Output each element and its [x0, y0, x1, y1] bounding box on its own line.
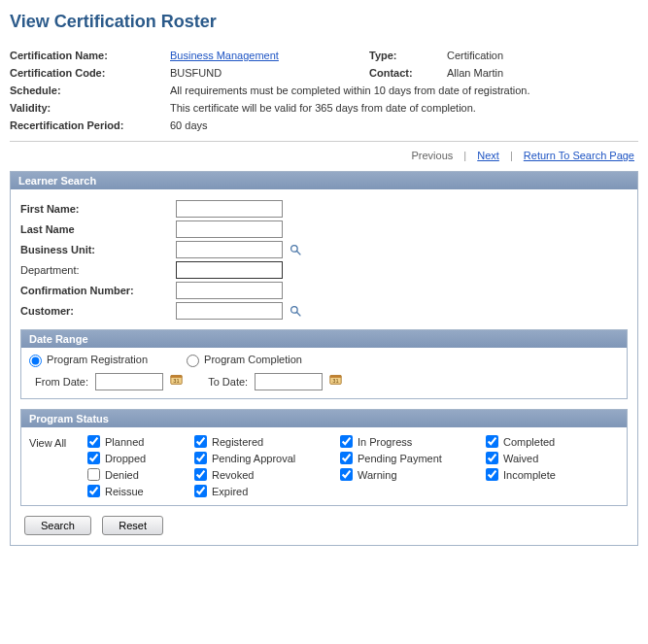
- cert-name-link[interactable]: Business Management: [170, 50, 279, 61]
- status-pending-payment[interactable]: Pending Payment: [340, 452, 486, 464]
- status-denied[interactable]: Denied: [87, 468, 194, 481]
- checkbox-waived[interactable]: [486, 452, 498, 464]
- checkbox-denied[interactable]: [87, 468, 100, 481]
- pager-sep: |: [510, 150, 513, 161]
- validity-label: Validity:: [10, 102, 170, 114]
- checkbox-expired[interactable]: [194, 485, 207, 497]
- status-reissue[interactable]: Reissue: [87, 485, 194, 497]
- learner-search-header: Learner Search: [11, 172, 637, 189]
- pager-return-link[interactable]: Return To Search Page: [524, 150, 634, 161]
- status-warning[interactable]: Warning: [340, 468, 486, 481]
- checkbox-pending-approval[interactable]: [194, 452, 207, 464]
- last-name-input[interactable]: [176, 220, 283, 238]
- status-waived[interactable]: Waived: [486, 452, 602, 464]
- to-date-label: To Date:: [208, 376, 248, 388]
- validity-value: This certificate will be valid for 365 d…: [170, 102, 638, 114]
- radio-registration[interactable]: Program Registration: [29, 354, 148, 367]
- radio-registration-label: Program Registration: [47, 354, 148, 365]
- svg-text:31: 31: [173, 378, 179, 384]
- status-registered[interactable]: Registered: [194, 435, 340, 448]
- divider: [10, 141, 638, 142]
- calendar-icon[interactable]: 31: [169, 373, 183, 387]
- svg-line-1: [296, 251, 300, 254]
- customer-label: Customer:: [20, 305, 176, 317]
- confirmation-label: Confirmation Number:: [20, 285, 176, 296]
- first-name-label: First Name:: [20, 203, 176, 215]
- radio-registration-input[interactable]: [29, 355, 42, 367]
- status-reissue-label: Reissue: [105, 486, 144, 497]
- status-expired-label: Expired: [212, 486, 248, 497]
- status-completed[interactable]: Completed: [486, 435, 602, 448]
- view-all-label: View All: [29, 435, 87, 497]
- status-in-progress[interactable]: In Progress: [340, 435, 486, 448]
- pager-sep: |: [463, 150, 466, 161]
- checkbox-reissue[interactable]: [87, 485, 100, 497]
- radio-completion[interactable]: Program Completion: [187, 354, 302, 367]
- program-status-panel: Program Status View All Planned Register…: [20, 409, 628, 506]
- date-range-panel: Date Range Program Registration Program …: [20, 329, 628, 399]
- contact-value: Allan Martin: [447, 67, 638, 79]
- checkbox-dropped[interactable]: [87, 452, 100, 464]
- checkbox-pending-payment[interactable]: [340, 452, 353, 464]
- checkbox-planned[interactable]: [87, 435, 100, 448]
- certification-details: Certification Name: Business Management …: [10, 50, 638, 131]
- calendar-icon[interactable]: 31: [328, 373, 342, 387]
- pager-previous: Previous: [411, 150, 453, 161]
- status-dropped[interactable]: Dropped: [87, 452, 194, 464]
- recert-value: 60 days: [170, 119, 638, 131]
- page-title: View Certification Roster: [10, 12, 638, 32]
- business-unit-input[interactable]: [176, 241, 283, 258]
- status-expired[interactable]: Expired: [194, 485, 340, 497]
- lookup-icon[interactable]: [289, 243, 302, 256]
- status-incomplete[interactable]: Incomplete: [486, 468, 602, 481]
- reset-button[interactable]: Reset: [102, 516, 163, 535]
- cert-code-label: Certification Code:: [10, 67, 170, 79]
- status-denied-label: Denied: [105, 469, 139, 481]
- status-completed-label: Completed: [503, 436, 555, 448]
- radio-completion-input[interactable]: [187, 355, 199, 367]
- cert-code-value: BUSFUND: [170, 67, 369, 79]
- last-name-label: Last Name: [20, 223, 176, 235]
- schedule-label: Schedule:: [10, 85, 170, 96]
- status-pending-payment-label: Pending Payment: [358, 453, 442, 464]
- status-warning-label: Warning: [358, 469, 397, 481]
- status-planned-label: Planned: [105, 436, 144, 448]
- confirmation-input[interactable]: [176, 282, 283, 299]
- type-value: Certification: [447, 50, 638, 61]
- checkbox-revoked[interactable]: [194, 468, 207, 481]
- status-revoked-label: Revoked: [212, 469, 254, 481]
- schedule-value: All requirements must be completed withi…: [170, 85, 638, 96]
- from-date-input[interactable]: [95, 373, 163, 390]
- to-date-input[interactable]: [255, 373, 323, 390]
- svg-point-0: [290, 245, 297, 252]
- contact-label: Contact:: [369, 67, 447, 79]
- customer-input[interactable]: [176, 302, 283, 320]
- learner-search-panel: Learner Search First Name: Last Name Bus…: [10, 171, 638, 546]
- date-range-header: Date Range: [21, 330, 627, 348]
- status-planned[interactable]: Planned: [87, 435, 194, 448]
- radio-completion-label: Program Completion: [204, 354, 302, 365]
- pager: Previous | Next | Return To Search Page: [10, 148, 638, 171]
- status-in-progress-label: In Progress: [358, 436, 412, 448]
- svg-point-2: [290, 306, 297, 313]
- from-date-label: From Date:: [35, 376, 88, 388]
- svg-line-3: [296, 312, 300, 316]
- lookup-icon[interactable]: [289, 304, 302, 318]
- status-waived-label: Waived: [503, 453, 538, 464]
- status-incomplete-label: Incomplete: [503, 469, 556, 481]
- checkbox-incomplete[interactable]: [486, 468, 498, 481]
- checkbox-in-progress[interactable]: [340, 435, 353, 448]
- recert-label: Recertification Period:: [10, 119, 170, 131]
- department-input[interactable]: [176, 261, 283, 279]
- status-pending-approval[interactable]: Pending Approval: [194, 452, 340, 464]
- status-revoked[interactable]: Revoked: [194, 468, 340, 481]
- search-button[interactable]: Search: [24, 516, 91, 535]
- program-status-header: Program Status: [21, 410, 627, 427]
- checkbox-registered[interactable]: [194, 435, 207, 448]
- status-dropped-label: Dropped: [105, 453, 146, 464]
- first-name-input[interactable]: [176, 200, 283, 218]
- pager-next-link[interactable]: Next: [477, 150, 499, 161]
- checkbox-warning[interactable]: [340, 468, 353, 481]
- checkbox-completed[interactable]: [486, 435, 498, 448]
- department-label: Department:: [20, 264, 176, 276]
